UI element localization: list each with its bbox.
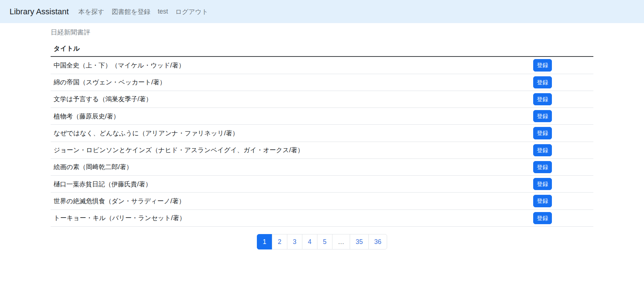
book-title: 文学は予言する（鴻巣友季子/著） — [51, 91, 530, 107]
page-subtitle: 日経新聞書評 — [51, 28, 593, 37]
page-item-1: 1 — [257, 234, 272, 250]
book-title: 植物考（藤原辰史/著） — [51, 108, 530, 125]
books-table: タイトル 中国全史（上・下）（マイケル・ウッド/著）登録綿の帝国（スヴェン・ベッ… — [51, 41, 593, 227]
brand-link[interactable]: Library Assistant — [10, 7, 69, 17]
nav-link-register-library[interactable]: 図書館を登録 — [108, 6, 154, 18]
page-item-ellipsis: … — [332, 234, 350, 250]
table-row: 植物考（藤原辰史/著）登録 — [51, 108, 593, 125]
book-actions: 登録 — [530, 56, 593, 74]
nav-link-find-books[interactable]: 本を探す — [74, 6, 108, 18]
book-title: 中国全史（上・下）（マイケル・ウッド/著） — [51, 56, 530, 74]
actions-column-header — [530, 41, 593, 56]
book-title: ジョーン・ロビンソンとケインズ（ナヒド・アスランベイグイ、ガイ・オークス/著） — [51, 142, 530, 158]
table-row: ジョーン・ロビンソンとケインズ（ナヒド・アスランベイグイ、ガイ・オークス/著）登… — [51, 142, 593, 158]
nav-item-logout: ログアウト — [172, 6, 212, 18]
table-row: 絵画の素（岡﨑乾二郎/著）登録 — [51, 158, 593, 175]
register-button[interactable]: 登録 — [533, 195, 552, 207]
register-button[interactable]: 登録 — [533, 127, 552, 139]
nav-link-user[interactable]: test — [154, 6, 172, 17]
book-title: なぜではなく、どんなふうに（アリアンナ・ファリネッリ/著） — [51, 125, 530, 142]
book-actions: 登録 — [530, 108, 593, 125]
page-link-ellipsis: … — [332, 234, 350, 250]
table-row: 文学は予言する（鴻巣友季子/著）登録 — [51, 91, 593, 107]
table-row: なぜではなく、どんなふうに（アリアンナ・ファリネッリ/著）登録 — [51, 125, 593, 142]
navbar: Library Assistant 本を探す図書館を登録testログアウト — [0, 0, 644, 23]
register-button[interactable]: 登録 — [533, 178, 552, 190]
book-actions: 登録 — [530, 74, 593, 91]
book-title: 樋口一葉赤貧日記（伊藤氏貴/著） — [51, 176, 530, 193]
book-actions: 登録 — [530, 158, 593, 175]
page-link-35[interactable]: 35 — [350, 234, 368, 250]
book-title: 綿の帝国（スヴェン・ベッカート/著） — [51, 74, 530, 91]
title-column-header: タイトル — [51, 41, 530, 56]
book-actions: 登録 — [530, 209, 593, 226]
page-item-4: 4 — [302, 234, 317, 250]
page-link-4[interactable]: 4 — [302, 234, 317, 250]
register-button[interactable]: 登録 — [533, 76, 552, 88]
page-link-1[interactable]: 1 — [257, 234, 272, 250]
page-item-36: 36 — [368, 234, 387, 250]
book-actions: 登録 — [530, 176, 593, 193]
page-link-3[interactable]: 3 — [287, 234, 302, 250]
page-link-36[interactable]: 36 — [368, 234, 387, 250]
page-item-35: 35 — [350, 234, 368, 250]
book-title: 世界の絶滅危惧食（ダン・サラディーノ/著） — [51, 193, 530, 209]
register-button[interactable]: 登録 — [533, 144, 552, 156]
nav-item-find-books: 本を探す — [74, 6, 108, 18]
book-actions: 登録 — [530, 193, 593, 209]
book-actions: 登録 — [530, 91, 593, 107]
book-title: 絵画の素（岡﨑乾二郎/著） — [51, 158, 530, 175]
main-content: 日経新聞書評 タイトル 中国全史（上・下）（マイケル・ウッド/著）登録綿の帝国（… — [51, 28, 593, 249]
book-actions: 登録 — [530, 142, 593, 158]
nav-link-logout[interactable]: ログアウト — [172, 6, 212, 18]
register-button[interactable]: 登録 — [533, 161, 552, 173]
table-row: 世界の絶滅危惧食（ダン・サラディーノ/著）登録 — [51, 193, 593, 209]
register-button[interactable]: 登録 — [533, 212, 552, 224]
register-button[interactable]: 登録 — [533, 93, 552, 105]
nav-item-register-library: 図書館を登録 — [108, 6, 154, 18]
pagination: 12345…3536 — [51, 234, 593, 250]
pagination-list: 12345…3536 — [257, 234, 387, 250]
page-item-3: 3 — [287, 234, 302, 250]
book-actions: 登録 — [530, 125, 593, 142]
table-header-row: タイトル — [51, 41, 593, 56]
register-button[interactable]: 登録 — [533, 59, 552, 71]
book-title: トーキョー・キル（バリー・ランセット/著） — [51, 209, 530, 226]
page-item-5: 5 — [317, 234, 332, 250]
table-row: トーキョー・キル（バリー・ランセット/著）登録 — [51, 209, 593, 226]
page-item-2: 2 — [272, 234, 287, 250]
table-row: 中国全史（上・下）（マイケル・ウッド/著）登録 — [51, 56, 593, 74]
table-row: 綿の帝国（スヴェン・ベッカート/著）登録 — [51, 74, 593, 91]
register-button[interactable]: 登録 — [533, 110, 552, 122]
page-link-2[interactable]: 2 — [272, 234, 287, 250]
navbar-menu: 本を探す図書館を登録testログアウト — [74, 6, 212, 18]
table-row: 樋口一葉赤貧日記（伊藤氏貴/著）登録 — [51, 176, 593, 193]
page-link-5[interactable]: 5 — [317, 234, 332, 250]
nav-item-user: test — [154, 6, 172, 17]
